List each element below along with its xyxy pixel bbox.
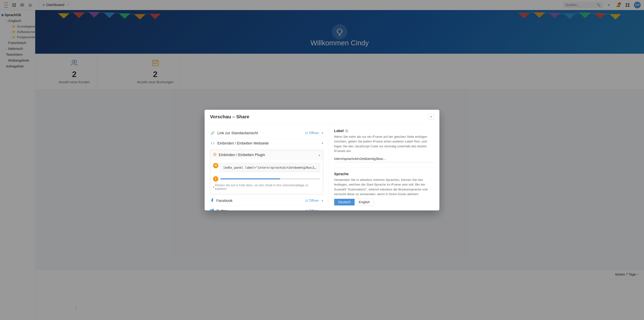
chevron-down-icon-tw: ▾	[322, 209, 323, 210]
sprache-title: Sprache	[334, 172, 434, 176]
facebook-right: Öffnen ▾	[305, 199, 323, 203]
link-standardansicht-row[interactable]: Link zur Standardansicht Öffnen ▾	[210, 128, 323, 138]
plugin-header-left: Einbinden / Einbetten Plugin	[213, 153, 265, 157]
label-section: Label ? Wenn Sie mehr als nur ein iFrame…	[334, 129, 434, 162]
progress-bar	[220, 178, 280, 179]
facebook-open-label: Öffnen	[309, 199, 319, 203]
chevron-up-icon-plugin: ▴	[319, 153, 320, 157]
lang-deutsch-button[interactable]: Deutsch	[334, 199, 355, 205]
einbinden-webseite-left: Einbinden / Einbetten Webseite	[210, 141, 269, 146]
plugin-body: H [edbs_panel label="intern/sprachcb/n2e…	[210, 160, 323, 194]
modal-overlay: Vorschau – Share × Link zur Standardans	[0, 0, 644, 320]
lang-english-button[interactable]: English	[355, 199, 374, 205]
twitter-icon	[210, 208, 214, 210]
code-snippet[interactable]: [edbs_panel label="intern/sprachcb/n2etd…	[220, 163, 320, 172]
svg-line-31	[306, 132, 308, 133]
facebook-icon	[210, 198, 214, 203]
facebook-row[interactable]: Facebook Öffnen ▾	[210, 196, 323, 206]
share-modal: Vorschau – Share × Link zur Standardans	[204, 110, 440, 210]
einbinden-webseite-right: ▾	[322, 141, 323, 145]
link-standardansicht-open[interactable]: Öffnen	[305, 131, 319, 135]
facebook-open-link[interactable]: Öffnen	[305, 199, 319, 203]
modal-header: Vorschau – Share ×	[204, 110, 440, 124]
plugin-label: Einbinden / Einbetten Plugin	[219, 153, 265, 157]
copy-hint-text: Klicken Sie auf in Feld oben, um den Inh…	[215, 184, 320, 191]
twitter-open-label: Öffnen	[309, 209, 319, 210]
step-i-badge: I	[213, 176, 218, 182]
twitter-right: Öffnen ▾	[305, 209, 323, 210]
label-title-text: Label	[334, 129, 344, 133]
einbinden-webseite-row[interactable]: Einbinden / Einbetten Webseite ▾	[210, 138, 323, 149]
language-buttons: Deutsch English	[334, 199, 374, 206]
modal-close-button[interactable]: ×	[428, 114, 434, 120]
facebook-external-icon	[305, 199, 308, 202]
twitter-left: Twitter	[210, 208, 227, 210]
plugin-section: Einbinden / Einbetten Plugin ▴ H [edbs_p…	[210, 150, 323, 194]
twitter-open-link[interactable]: Öffnen	[305, 209, 319, 210]
chevron-down-icon-link: ▾	[322, 131, 323, 135]
modal-left-panel: Link zur Standardansicht Öffnen ▾	[204, 124, 329, 210]
copy-hint: ℹ Klicken Sie auf in Feld oben, um den I…	[213, 184, 320, 191]
facebook-left: Facebook	[210, 198, 232, 203]
progress-bar-container	[220, 178, 320, 179]
label-help-icon: ?	[345, 129, 348, 133]
info-circle-icon: ℹ	[213, 185, 214, 189]
external-link-icon	[305, 132, 308, 134]
link-icon	[210, 130, 215, 136]
label-input[interactable]	[334, 156, 434, 162]
modal-title: Vorschau – Share	[210, 114, 249, 120]
code-icon	[210, 141, 215, 146]
label-desc: Wenn Sie mehr als nur ein iFrame auf der…	[334, 134, 434, 154]
chevron-down-icon-webseite: ▾	[322, 141, 323, 145]
twitter-row[interactable]: Twitter Öffnen ▾	[210, 206, 323, 210]
sprache-desc: Verwenden Sie in edoobox mehrere Sprache…	[334, 178, 434, 197]
svg-line-33	[306, 200, 308, 201]
svg-marker-32	[213, 153, 216, 156]
chevron-down-icon-fb: ▾	[322, 199, 323, 203]
modal-right-panel: Label ? Wenn Sie mehr als nur ein iFrame…	[329, 124, 440, 210]
modal-body: Link zur Standardansicht Öffnen ▾	[204, 124, 440, 210]
einbinden-webseite-label: Einbinden / Einbetten Webseite	[217, 141, 269, 145]
step-h-badge: H	[213, 163, 218, 168]
twitter-label: Twitter	[216, 209, 227, 210]
link-standardansicht-open-label: Öffnen	[309, 131, 319, 135]
link-standardansicht-right: Öffnen ▾	[305, 131, 323, 135]
link-standardansicht-left: Link zur Standardansicht	[210, 130, 258, 136]
link-standardansicht-label: Link zur Standardansicht	[217, 131, 258, 135]
twitter-external-icon	[305, 210, 308, 210]
label-title: Label ?	[334, 129, 434, 133]
plugin-icon	[213, 153, 217, 157]
facebook-label: Facebook	[216, 198, 232, 203]
sprache-section: Sprache Verwenden Sie in edoobox mehrere…	[334, 172, 434, 206]
plugin-header[interactable]: Einbinden / Einbetten Plugin ▴	[210, 150, 323, 160]
